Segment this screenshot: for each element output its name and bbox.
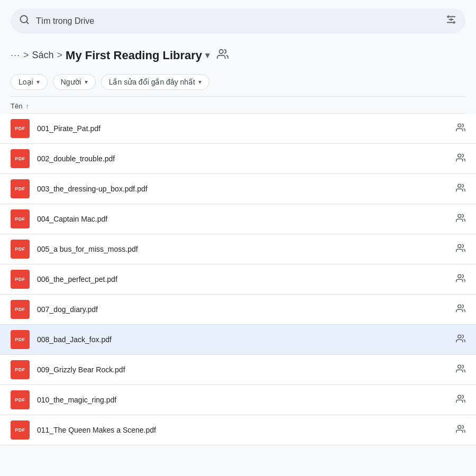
- pdf-icon: PDF: [11, 300, 30, 319]
- file-name: 007_dog_diary.pdf: [37, 305, 452, 314]
- file-row[interactable]: PDF 006_the_perfect_pet.pdf: [0, 264, 476, 295]
- filter-adjustments-icon[interactable]: [445, 14, 457, 28]
- filter-type-label: Loại: [19, 78, 33, 86]
- pdf-icon: PDF: [11, 209, 30, 228]
- sort-ascending-icon[interactable]: ↑: [25, 102, 29, 110]
- file-name: 008_bad_Jack_fox.pdf: [37, 335, 452, 344]
- shared-icon: [456, 394, 465, 406]
- search-icon: [19, 14, 30, 28]
- filter-people-label: Người: [61, 78, 81, 86]
- pdf-icon: PDF: [11, 360, 30, 379]
- svg-point-14: [458, 184, 461, 187]
- search-bar: Tìm trong Drive: [11, 8, 465, 33]
- filter-modified-button[interactable]: Lần sửa đổi gần đây nhất ▾: [101, 74, 209, 90]
- file-name: 003_the_dressing-up_box.pdf.pdf: [37, 185, 452, 193]
- file-name: 010_the_magic_ring.pdf: [37, 396, 452, 404]
- pdf-icon: PDF: [11, 330, 30, 349]
- file-row[interactable]: PDF 004_Captain Mac.pdf: [0, 204, 476, 234]
- file-row[interactable]: PDF 001_Pirate_Pat.pdf: [0, 114, 476, 144]
- shared-icon: [456, 364, 465, 376]
- svg-point-20: [458, 365, 461, 368]
- search-input-text[interactable]: Tìm trong Drive: [36, 16, 445, 26]
- file-row[interactable]: PDF 008_bad_Jack_fox.pdf: [0, 325, 476, 355]
- pdf-icon: PDF: [11, 270, 30, 289]
- name-column-header[interactable]: Tên: [11, 102, 22, 110]
- search-left: Tìm trong Drive: [19, 14, 445, 28]
- share-folder-icon[interactable]: [217, 48, 228, 62]
- filter-people-chevron: ▾: [85, 78, 88, 86]
- shared-icon: [456, 183, 465, 195]
- file-row[interactable]: PDF 009_Grizzly Bear Rock.pdf: [0, 355, 476, 385]
- pdf-icon: PDF: [11, 420, 30, 440]
- filter-modified-chevron: ▾: [198, 78, 202, 86]
- shared-icon: [456, 153, 465, 164]
- file-row[interactable]: PDF 005_a bus_for_miss_moss.pdf: [0, 234, 476, 264]
- shared-icon: [456, 123, 465, 134]
- filter-people-button[interactable]: Người ▾: [53, 74, 96, 90]
- shared-icon: [456, 304, 465, 315]
- file-row[interactable]: PDF 007_dog_diary.pdf: [0, 295, 476, 325]
- pdf-icon: PDF: [11, 390, 30, 409]
- svg-point-13: [458, 154, 461, 157]
- svg-point-21: [458, 395, 461, 398]
- filter-type-chevron: ▾: [36, 78, 40, 86]
- file-name: 005_a bus_for_miss_moss.pdf: [37, 245, 452, 253]
- breadcrumb-chevron-icon: ▾: [205, 50, 209, 60]
- pdf-icon: PDF: [11, 240, 30, 259]
- breadcrumb-sep-2: >: [57, 50, 63, 61]
- breadcrumb-parent[interactable]: Sách: [32, 50, 54, 61]
- file-list: PDF 001_Pirate_Pat.pdf PDF 002_double_tr…: [0, 114, 476, 445]
- pdf-icon: PDF: [11, 119, 30, 138]
- file-name: 004_Captain Mac.pdf: [37, 215, 452, 223]
- breadcrumb-current-label: My First Reading Library: [66, 49, 202, 62]
- shared-icon: [456, 213, 465, 225]
- filter-type-button[interactable]: Loại ▾: [11, 74, 48, 90]
- breadcrumb-sep-1: >: [23, 50, 29, 61]
- file-row[interactable]: PDF 011_The Queen Makes a Scene.pdf: [0, 415, 476, 445]
- filter-modified-label: Lần sửa đổi gần đây nhất: [109, 78, 195, 86]
- svg-point-15: [458, 214, 461, 217]
- svg-point-22: [458, 425, 461, 428]
- file-row[interactable]: PDF 003_the_dressing-up_box.pdf.pdf: [0, 174, 476, 204]
- filters-row: Loại ▾ Người ▾ Lần sửa đổi gần đây nhất …: [0, 69, 476, 96]
- file-name: 002_double_trouble.pdf: [37, 154, 452, 163]
- file-name: 001_Pirate_Pat.pdf: [37, 124, 452, 133]
- breadcrumb-more-button[interactable]: ···: [11, 50, 20, 61]
- shared-icon: [456, 243, 465, 255]
- pdf-icon: PDF: [11, 149, 30, 168]
- svg-point-12: [458, 124, 461, 127]
- file-row[interactable]: PDF 010_the_magic_ring.pdf: [0, 385, 476, 415]
- shared-icon: [456, 424, 465, 436]
- breadcrumb: ··· > Sách > My First Reading Library ▾: [0, 42, 476, 69]
- file-name: 006_the_perfect_pet.pdf: [37, 275, 452, 283]
- file-name: 011_The Queen Makes a Scene.pdf: [37, 426, 452, 434]
- breadcrumb-current-folder[interactable]: My First Reading Library ▾: [66, 49, 209, 62]
- svg-point-19: [458, 335, 461, 338]
- pdf-icon: PDF: [11, 179, 30, 198]
- svg-line-1: [26, 22, 29, 24]
- column-header: Tên ↑: [0, 97, 476, 113]
- svg-point-18: [458, 305, 461, 308]
- svg-point-17: [458, 274, 461, 278]
- svg-point-16: [458, 244, 461, 248]
- shared-icon: [456, 334, 465, 345]
- file-row[interactable]: PDF 002_double_trouble.pdf: [0, 144, 476, 174]
- shared-icon: [456, 273, 465, 285]
- svg-point-11: [219, 50, 223, 53]
- file-name: 009_Grizzly Bear Rock.pdf: [37, 365, 452, 374]
